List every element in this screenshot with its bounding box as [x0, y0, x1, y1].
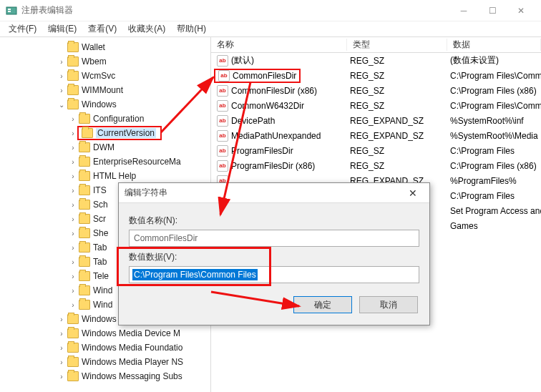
tree-item-label: Windows Messaging Subs — [82, 371, 182, 381]
list-row[interactable]: abCommonFilesDir (x86)REG_SZC:\Program F… — [211, 83, 541, 98]
list-row[interactable]: abCommonFilesDirREG_SZC:\Program Files\C… — [211, 68, 541, 83]
menu-file[interactable]: 文件(F) — [3, 21, 42, 36]
folder-icon — [67, 343, 79, 353]
folder-icon — [79, 228, 90, 238]
tree-item-label: Windows Media Device M — [82, 328, 180, 338]
chevron-down-icon[interactable]: ⌄ — [57, 101, 66, 109]
list-row[interactable]: abCommonW6432DirREG_SZC:\Program Files\C… — [211, 98, 541, 113]
list-row[interactable]: abMediaPathUnexpandedREG_EXPAND_SZ%Syste… — [211, 128, 541, 143]
chevron-right-icon[interactable]: › — [69, 172, 77, 180]
chevron-right-icon[interactable]: › — [57, 373, 66, 381]
tree-item[interactable]: ›Windows Media Player NS — [0, 355, 210, 369]
folder-icon — [67, 71, 79, 81]
chevron-right-icon[interactable]: › — [69, 201, 77, 209]
menu-help[interactable]: 帮助(H) — [171, 21, 212, 36]
value-data: C:\Program Files (x86) — [447, 161, 541, 171]
value-data: %SystemRoot%\Media — [447, 131, 541, 141]
menu-view[interactable]: 查看(V) — [82, 21, 122, 36]
tree-item[interactable]: ›EnterpriseResourceMa — [0, 155, 210, 169]
chevron-right-icon[interactable]: › — [69, 215, 77, 223]
value-data: C:\Program Files (x86) — [447, 86, 541, 96]
tree-item-label: She — [93, 228, 108, 238]
tree-item[interactable]: ›Configuration — [0, 112, 210, 126]
menu-favorites[interactable]: 收藏夹(A) — [122, 21, 171, 36]
folder-icon — [79, 157, 90, 167]
dialog-close-button[interactable]: ✕ — [402, 187, 424, 199]
chevron-right-icon[interactable]: › — [57, 358, 66, 366]
string-value-icon: ab — [217, 130, 228, 142]
chevron-right-icon[interactable]: › — [69, 287, 77, 295]
tree-item-label: HTML Help — [93, 171, 136, 181]
tree-item-label: Scr — [93, 214, 106, 224]
chevron-right-icon[interactable]: › — [69, 273, 77, 280]
chevron-right-icon[interactable]: › — [69, 258, 77, 266]
tree-item-label: Configuration — [93, 114, 144, 124]
folder-icon — [79, 142, 90, 152]
cancel-button[interactable]: 取消 — [359, 296, 418, 313]
value-name: CommonFilesDir — [233, 71, 296, 81]
dialog-title-bar[interactable]: 编辑字符串 ✕ — [119, 183, 429, 203]
chevron-right-icon[interactable]: › — [57, 330, 66, 338]
string-value-icon: ab — [217, 145, 228, 157]
chevron-right-icon[interactable]: › — [69, 301, 77, 309]
tree-item[interactable]: ›CurrentVersion — [0, 126, 210, 140]
tree-item-label: EnterpriseResourceMa — [93, 157, 181, 167]
value-type: REG_EXPAND_SZ — [347, 131, 447, 141]
folder-icon — [79, 285, 90, 295]
chevron-right-icon[interactable]: › — [69, 129, 77, 137]
value-name: CommonFilesDir (x86) — [231, 86, 317, 96]
folder-icon — [79, 242, 90, 253]
value-data: C:\Program Files — [447, 191, 541, 201]
list-header: 名称 类型 数据 — [211, 37, 541, 53]
tree-item[interactable]: ⌄Windows — [0, 97, 210, 112]
chevron-right-icon[interactable]: › — [69, 230, 77, 237]
menu-edit[interactable]: 编辑(E) — [42, 21, 82, 36]
chevron-right-icon[interactable]: › — [69, 244, 77, 252]
chevron-right-icon[interactable]: › — [57, 72, 66, 80]
minimize-button[interactable]: ─ — [449, 2, 478, 19]
list-row[interactable]: abProgramFilesDirREG_SZC:\Program Files — [211, 143, 541, 158]
col-data[interactable]: 数据 — [447, 39, 541, 51]
svg-rect-1 — [8, 9, 11, 10]
col-name[interactable]: 名称 — [211, 39, 347, 51]
list-row[interactable]: abProgramFilesDir (x86)REG_SZC:\Program … — [211, 158, 541, 173]
tree-item[interactable]: Wallet — [0, 40, 210, 54]
chevron-right-icon[interactable]: › — [57, 87, 66, 94]
tree-item[interactable]: ›Windows Messaging Subs — [0, 369, 210, 383]
tree-item[interactable]: ›DWM — [0, 140, 210, 155]
value-data: C:\Program Files\Comm — [447, 71, 541, 81]
menu-bar: 文件(F) 编辑(E) 查看(V) 收藏夹(A) 帮助(H) — [0, 21, 541, 37]
value-type: REG_SZ — [347, 71, 447, 81]
folder-icon — [67, 371, 79, 381]
tree-item-label: Sch — [93, 200, 108, 210]
chevron-right-icon[interactable]: › — [69, 158, 77, 166]
tree-item[interactable]: ›WIMMount — [0, 83, 210, 97]
folder-icon — [79, 300, 90, 310]
list-row[interactable]: abDevicePathREG_EXPAND_SZ%SystemRoot%\in… — [211, 113, 541, 128]
tree-item[interactable]: ›Windows Media Foundatio — [0, 340, 210, 355]
dialog-title: 编辑字符串 — [125, 187, 402, 199]
folder-icon — [79, 257, 90, 267]
ok-button[interactable]: 确定 — [293, 296, 352, 313]
folder-icon — [67, 57, 79, 67]
annotation-box: CurrentVersion — [77, 126, 162, 140]
chevron-right-icon[interactable]: › — [69, 144, 77, 152]
col-type[interactable]: 类型 — [347, 39, 447, 51]
chevron-right-icon[interactable]: › — [69, 187, 77, 195]
value-name: CommonW6432Dir — [231, 101, 304, 111]
edit-string-dialog: 编辑字符串 ✕ 数值名称(N): CommonFilesDir 数值数据(V):… — [118, 182, 430, 325]
maximize-button[interactable]: ☐ — [478, 2, 507, 19]
tree-item[interactable]: ›Windows Media Device M — [0, 326, 210, 340]
chevron-right-icon[interactable]: › — [69, 115, 77, 123]
value-data-text: C:\Program Files\Common Files — [132, 269, 258, 280]
tree-item[interactable]: ›WcmSvc — [0, 69, 210, 83]
chevron-right-icon[interactable]: › — [57, 58, 66, 66]
string-value-icon: ab — [217, 85, 228, 97]
chevron-right-icon[interactable]: › — [57, 344, 66, 352]
chevron-right-icon[interactable]: › — [57, 315, 66, 323]
tree-item[interactable]: ›HTML Help — [0, 169, 210, 183]
value-data-field[interactable]: C:\Program Files\Common Files — [129, 266, 419, 283]
close-button[interactable]: ✕ — [507, 2, 535, 19]
list-row[interactable]: ab(默认)REG_SZ(数值未设置) — [211, 53, 541, 68]
tree-item[interactable]: ›Wbem — [0, 54, 210, 69]
